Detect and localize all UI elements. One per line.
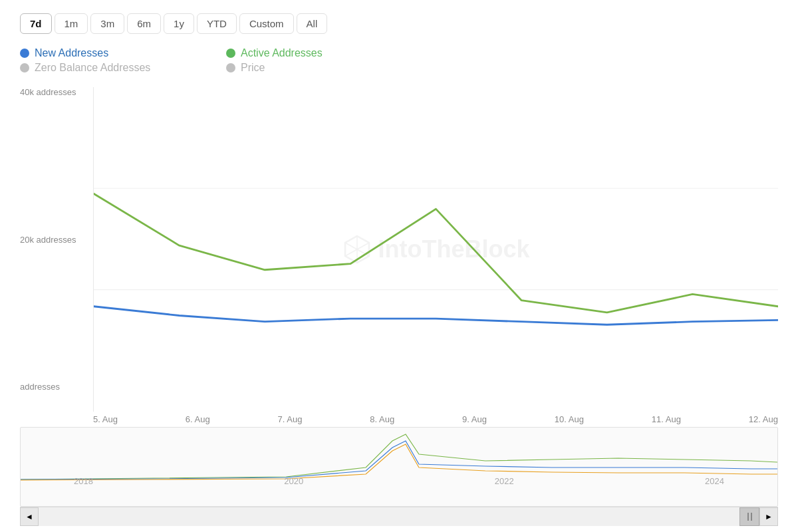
legend-item-new-addresses[interactable]: New Addresses [20, 47, 213, 59]
y-label-mid: 20k addresses [20, 235, 93, 245]
time-btn-all[interactable]: All [297, 13, 328, 34]
main-chart-wrapper: 40k addresses 20k addresses addresses In… [20, 87, 778, 412]
chart-area: IntoTheBlock [93, 87, 778, 412]
x-axis: 5. Aug6. Aug7. Aug8. Aug9. Aug10. Aug11.… [20, 414, 778, 424]
x-label-9.-aug: 9. Aug [462, 414, 487, 424]
scrollbar: ◄ ► [20, 507, 778, 525]
time-btn-6m[interactable]: 6m [127, 13, 161, 34]
year-label-2024: 2024 [705, 476, 724, 486]
x-label-8.-aug: 8. Aug [370, 414, 394, 424]
legend-dot-2 [20, 63, 29, 72]
x-label-5.-aug: 5. Aug [93, 414, 118, 424]
legend-item-active-addresses[interactable]: Active Addresses [226, 47, 419, 59]
time-btn-3m[interactable]: 3m [90, 13, 124, 34]
x-label-12.-aug: 12. Aug [749, 414, 778, 424]
x-label-11.-aug: 11. Aug [652, 414, 681, 424]
legend-item-zero-balance-addresses[interactable]: Zero Balance Addresses [20, 62, 213, 74]
legend-label-2: Zero Balance Addresses [35, 62, 150, 74]
x-label-7.-aug: 7. Aug [278, 414, 303, 424]
legend-item-price[interactable]: Price [226, 62, 419, 74]
y-label-bottom: addresses [20, 382, 93, 392]
legend-dot-1 [226, 49, 235, 58]
legend-label-0: New Addresses [35, 47, 108, 59]
chart-section: 40k addresses 20k addresses addresses In… [20, 87, 778, 525]
legend-label-1: Active Addresses [241, 47, 323, 59]
time-btn-custom[interactable]: Custom [239, 13, 294, 34]
overview-chart: 2018202020222024 [20, 427, 778, 507]
time-range-selector: 7d1m3m6m1yYTDCustomAll [20, 13, 778, 34]
legend-dot-3 [226, 63, 235, 72]
y-axis: 40k addresses 20k addresses addresses [20, 87, 93, 412]
x-label-6.-aug: 6. Aug [186, 414, 210, 424]
time-btn-ytd[interactable]: YTD [197, 13, 237, 34]
scroll-thumb-handle [747, 513, 752, 521]
legend-dot-0 [20, 49, 29, 58]
scroll-right-button[interactable]: ► [759, 507, 778, 526]
year-label-2020: 2020 [284, 476, 303, 486]
year-label-2022: 2022 [495, 476, 514, 486]
x-label-10.-aug: 10. Aug [555, 414, 584, 424]
thumb-line-2 [751, 513, 752, 521]
scroll-left-button[interactable]: ◄ [20, 507, 39, 526]
y-label-top: 40k addresses [20, 87, 93, 97]
scroll-track[interactable] [39, 507, 759, 526]
time-btn-7d[interactable]: 7d [20, 13, 52, 34]
chart-legend: New AddressesActive AddressesZero Balanc… [20, 47, 419, 74]
main-container: 7d1m3m6m1yYTDCustomAll New AddressesActi… [0, 0, 798, 532]
time-btn-1m[interactable]: 1m [55, 13, 88, 34]
time-btn-1y[interactable]: 1y [164, 13, 194, 34]
year-label-2018: 2018 [74, 476, 93, 486]
legend-label-3: Price [241, 62, 265, 74]
thumb-line-1 [747, 513, 749, 521]
scroll-thumb[interactable] [739, 507, 759, 526]
overview-years: 2018202020222024 [21, 476, 777, 486]
